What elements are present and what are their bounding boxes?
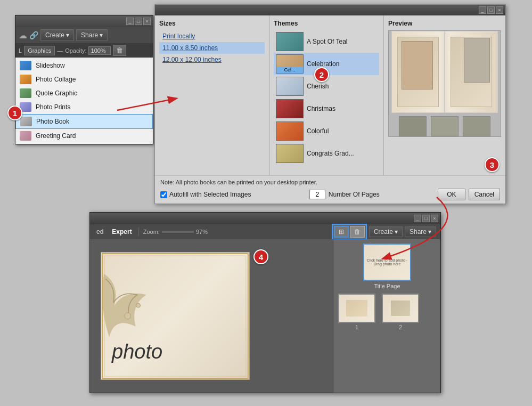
ok-button[interactable]: OK (438, 189, 465, 200)
page-2-thumb[interactable] (382, 294, 419, 323)
autofill-checkbox[interactable] (160, 191, 167, 198)
menu-item-slideshow[interactable]: Slideshow (15, 59, 153, 72)
title-page-thumb[interactable]: Click here to add photo - Drag photo her… (363, 243, 411, 281)
dialog-columns: Sizes Print locally 11.00 x 8.50 inches … (155, 15, 505, 175)
editor-titlebar: _ □ × (90, 213, 440, 224)
celebration-label: Celebration (307, 60, 339, 68)
delete-button[interactable]: 🗑 (113, 45, 126, 56)
share-dropdown-icon: ▾ (428, 228, 431, 236)
quote-icon (20, 88, 31, 98)
autofill-area: Autofill with Selected Images (160, 191, 251, 198)
zoom-area: Zoom: 97% (143, 229, 208, 235)
page-tools-highlighted: ⊞ 🗑 (332, 224, 367, 240)
step-3-badge: 3 (485, 157, 500, 172)
create-dropdown-icon: ▾ (395, 228, 398, 236)
pages-input[interactable] (309, 190, 325, 199)
book-label: Photo Book (36, 118, 69, 125)
book-canvas: photo (90, 239, 334, 393)
dialog-options: Autofill with Selected Images Number Of … (160, 189, 500, 200)
teal-thumb (276, 32, 304, 51)
zoom-value: 97% (196, 229, 208, 235)
preview-thumb-1 (399, 116, 427, 136)
right-photo-placeholder (464, 38, 490, 83)
panel-titlebar: _ □ × (15, 15, 153, 27)
pages-panel: Click here to add photo - Drag photo her… (334, 239, 440, 393)
minimize-btn[interactable]: _ (126, 18, 134, 25)
menu-items-list: Slideshow Photo Collage Quote Graphic Ph… (15, 58, 153, 144)
theme-colorful[interactable]: Colorful (274, 120, 379, 142)
link-icon: 🔗 (29, 31, 38, 39)
themes-header: Themes (274, 20, 379, 27)
maximize-btn[interactable]: □ (135, 18, 142, 25)
sizes-column: Sizes Print locally 11.00 x 8.50 inches … (155, 15, 269, 175)
congrats-thumb (276, 144, 304, 163)
menu-item-photo-collage[interactable]: Photo Collage (15, 72, 153, 86)
opacity-value[interactable]: 100% (88, 46, 111, 55)
editor-share-button[interactable]: Share ▾ (405, 226, 436, 237)
editor-maximize-btn[interactable]: □ (422, 215, 430, 222)
size-12x12[interactable]: 12.00 x 12.00 inches (159, 54, 265, 66)
svg-point-0 (125, 313, 131, 319)
page-view-btn[interactable]: ⊞ (334, 226, 349, 238)
menu-item-photo-book[interactable]: Photo Book (15, 114, 153, 129)
editor-toolbar: ed Expert Zoom: 97% ⊞ 🗑 Create ▾ Share ▾ (90, 224, 440, 239)
page-1-label: 1 (355, 324, 358, 330)
cloud-icon: ☁ (19, 30, 27, 40)
sizes-header: Sizes (159, 20, 265, 27)
prints-label: Photo Prints (36, 103, 70, 111)
share-dropdown-arrow-icon: ▾ (100, 31, 103, 39)
page-delete-btn[interactable]: 🗑 (350, 226, 365, 238)
step-4-badge: 4 (253, 249, 268, 264)
congrats-label: Congrats Grad... (307, 150, 354, 157)
toolbar-right: ⊞ 🗑 Create ▾ Share ▾ (332, 224, 436, 240)
size-11x8[interactable]: 11.00 x 8.50 inches (159, 42, 265, 54)
cherish-thumb (276, 77, 304, 96)
collage-label: Photo Collage (36, 76, 76, 83)
preview-thumbnails (399, 116, 490, 136)
svg-point-1 (136, 303, 141, 307)
slideshow-label: Slideshow (36, 62, 65, 69)
book-page: photo (101, 252, 250, 380)
page-2-label: 2 (399, 324, 402, 330)
create-panel: _ □ × ☁ 🔗 Create ▾ Share ▾ L Graphics — … (15, 15, 153, 144)
dialog-buttons: OK Cancel (438, 189, 500, 200)
preview-book-display (388, 30, 501, 137)
dialog-titlebar: _ □ × (155, 5, 505, 15)
celebration-overlay: Cel... (276, 67, 303, 73)
dialog-footer: Note: All photo books can be printed on … (155, 175, 505, 204)
preview-left-page (392, 31, 445, 112)
opacity-area: Opacity: 100% (65, 46, 110, 55)
greeting-icon (20, 131, 31, 141)
celebration-thumb: Cel... (276, 54, 304, 74)
autofill-label: Autofill with Selected Images (169, 191, 251, 198)
create-button[interactable]: Create ▾ (40, 29, 74, 41)
dialog-maximize-btn[interactable]: □ (487, 6, 495, 14)
toolbar-separator (138, 228, 139, 236)
zoom-slider[interactable] (162, 231, 194, 233)
editor-close-btn[interactable]: × (431, 215, 438, 222)
dialog-minimize-btn[interactable]: _ (479, 6, 486, 14)
colorful-label: Colorful (307, 127, 329, 135)
editor-create-button[interactable]: Create ▾ (369, 226, 403, 237)
cancel-button[interactable]: Cancel (469, 189, 500, 200)
title-page-container: Click here to add photo - Drag photo her… (338, 243, 436, 289)
page-2-col: 2 (382, 294, 419, 330)
page-1-thumb[interactable] (338, 294, 375, 323)
guided-mode-btn[interactable]: ed (94, 227, 105, 237)
graphics-tab[interactable]: Graphics (24, 46, 55, 55)
menu-item-quote-graphic[interactable]: Quote Graphic (15, 86, 153, 100)
expert-mode-btn[interactable]: Expert (110, 227, 134, 237)
theme-teal[interactable]: A Spot Of Teal (274, 30, 379, 53)
christmas-thumb (276, 99, 304, 118)
share-button[interactable]: Share ▾ (76, 29, 108, 41)
editor-minimize-btn[interactable]: _ (414, 215, 421, 222)
page-2-content (391, 301, 410, 315)
dialog-close-btn[interactable]: × (496, 6, 503, 14)
page-1-col: 1 (338, 294, 375, 330)
close-btn[interactable]: × (143, 18, 151, 25)
menu-item-greeting-card[interactable]: Greeting Card (15, 129, 153, 143)
panel-subbar: L Graphics — Opacity: 100% 🗑 (15, 43, 153, 58)
theme-christmas[interactable]: Christmas (274, 98, 379, 120)
menu-item-photo-prints[interactable]: Photo Prints (15, 100, 153, 114)
theme-congrats[interactable]: Congrats Grad... (274, 142, 379, 165)
